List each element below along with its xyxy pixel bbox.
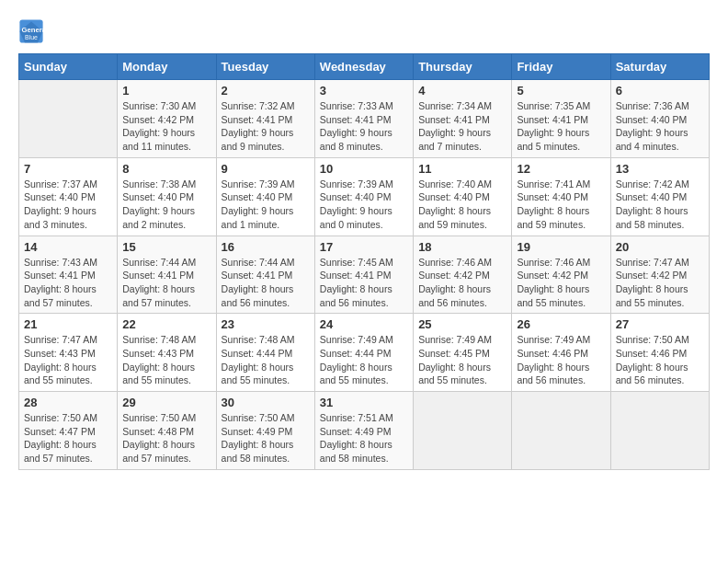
day-number: 17 bbox=[320, 240, 408, 254]
day-info: Sunrise: 7:50 AM Sunset: 4:49 PM Dayligh… bbox=[222, 411, 310, 465]
calendar-cell: 24Sunrise: 7:49 AM Sunset: 4:44 PM Dayli… bbox=[314, 314, 413, 392]
day-info: Sunrise: 7:41 AM Sunset: 4:40 PM Dayligh… bbox=[517, 178, 605, 232]
day-info: Sunrise: 7:45 AM Sunset: 4:41 PM Dayligh… bbox=[320, 256, 408, 310]
day-info: Sunrise: 7:46 AM Sunset: 4:42 PM Dayligh… bbox=[517, 256, 605, 310]
calendar-cell: 28Sunrise: 7:50 AM Sunset: 4:47 PM Dayli… bbox=[19, 392, 118, 470]
calendar-cell: 16Sunrise: 7:44 AM Sunset: 4:41 PM Dayli… bbox=[216, 236, 314, 314]
day-number: 9 bbox=[222, 162, 310, 176]
day-info: Sunrise: 7:44 AM Sunset: 4:41 PM Dayligh… bbox=[222, 256, 310, 310]
day-number: 21 bbox=[24, 317, 112, 331]
header-thursday: Thursday bbox=[414, 54, 512, 80]
calendar-cell bbox=[414, 392, 512, 470]
calendar-cell: 14Sunrise: 7:43 AM Sunset: 4:41 PM Dayli… bbox=[19, 236, 118, 314]
calendar-cell: 2Sunrise: 7:32 AM Sunset: 4:41 PM Daylig… bbox=[216, 80, 314, 158]
day-number: 30 bbox=[222, 396, 310, 409]
day-info: Sunrise: 7:37 AM Sunset: 4:40 PM Dayligh… bbox=[24, 178, 112, 232]
day-info: Sunrise: 7:47 AM Sunset: 4:42 PM Dayligh… bbox=[616, 256, 704, 310]
day-number: 31 bbox=[320, 396, 408, 409]
day-number: 1 bbox=[122, 84, 210, 98]
calendar-cell: 7Sunrise: 7:37 AM Sunset: 4:40 PM Daylig… bbox=[19, 157, 118, 236]
calendar-cell: 5Sunrise: 7:35 AM Sunset: 4:41 PM Daylig… bbox=[512, 80, 610, 158]
day-info: Sunrise: 7:47 AM Sunset: 4:43 PM Dayligh… bbox=[24, 333, 112, 387]
day-number: 8 bbox=[122, 162, 210, 176]
day-info: Sunrise: 7:49 AM Sunset: 4:46 PM Dayligh… bbox=[517, 333, 605, 387]
calendar-cell: 23Sunrise: 7:48 AM Sunset: 4:44 PM Dayli… bbox=[216, 314, 314, 392]
day-number: 3 bbox=[320, 84, 408, 98]
calendar-cell: 29Sunrise: 7:50 AM Sunset: 4:48 PM Dayli… bbox=[118, 392, 216, 470]
day-info: Sunrise: 7:48 AM Sunset: 4:44 PM Dayligh… bbox=[222, 333, 310, 387]
calendar-cell: 21Sunrise: 7:47 AM Sunset: 4:43 PM Dayli… bbox=[19, 314, 118, 392]
day-info: Sunrise: 7:50 AM Sunset: 4:47 PM Dayligh… bbox=[24, 411, 112, 465]
day-number: 10 bbox=[320, 162, 408, 176]
calendar-cell: 19Sunrise: 7:46 AM Sunset: 4:42 PM Dayli… bbox=[512, 236, 610, 314]
day-info: Sunrise: 7:40 AM Sunset: 4:40 PM Dayligh… bbox=[418, 178, 506, 232]
day-number: 14 bbox=[24, 240, 112, 254]
day-info: Sunrise: 7:48 AM Sunset: 4:43 PM Dayligh… bbox=[122, 333, 210, 387]
day-info: Sunrise: 7:50 AM Sunset: 4:48 PM Dayligh… bbox=[122, 411, 210, 465]
day-number: 13 bbox=[616, 162, 704, 176]
day-info: Sunrise: 7:43 AM Sunset: 4:41 PM Dayligh… bbox=[24, 256, 112, 310]
day-number: 24 bbox=[320, 317, 408, 331]
day-number: 16 bbox=[222, 240, 310, 254]
day-number: 26 bbox=[517, 317, 605, 331]
calendar-week-row: 14Sunrise: 7:43 AM Sunset: 4:41 PM Dayli… bbox=[19, 236, 710, 314]
svg-text:General: General bbox=[22, 26, 45, 34]
calendar-week-row: 21Sunrise: 7:47 AM Sunset: 4:43 PM Dayli… bbox=[19, 314, 710, 392]
day-number: 22 bbox=[122, 317, 210, 331]
logo-icon: General Blue bbox=[18, 18, 44, 44]
day-number: 20 bbox=[616, 240, 704, 254]
calendar-cell: 30Sunrise: 7:50 AM Sunset: 4:49 PM Dayli… bbox=[216, 392, 314, 470]
day-info: Sunrise: 7:42 AM Sunset: 4:40 PM Dayligh… bbox=[616, 178, 704, 232]
day-info: Sunrise: 7:50 AM Sunset: 4:46 PM Dayligh… bbox=[616, 333, 704, 387]
day-number: 6 bbox=[616, 84, 704, 98]
header-friday: Friday bbox=[512, 54, 610, 80]
day-info: Sunrise: 7:34 AM Sunset: 4:41 PM Dayligh… bbox=[418, 99, 506, 154]
calendar-cell: 20Sunrise: 7:47 AM Sunset: 4:42 PM Dayli… bbox=[610, 236, 709, 314]
calendar-cell: 12Sunrise: 7:41 AM Sunset: 4:40 PM Dayli… bbox=[512, 157, 610, 236]
day-info: Sunrise: 7:46 AM Sunset: 4:42 PM Dayligh… bbox=[418, 256, 506, 310]
day-number: 27 bbox=[616, 317, 704, 331]
day-number: 29 bbox=[122, 396, 210, 409]
day-info: Sunrise: 7:32 AM Sunset: 4:41 PM Dayligh… bbox=[222, 99, 310, 154]
calendar-cell: 27Sunrise: 7:50 AM Sunset: 4:46 PM Dayli… bbox=[610, 314, 709, 392]
calendar-cell: 18Sunrise: 7:46 AM Sunset: 4:42 PM Dayli… bbox=[414, 236, 512, 314]
calendar-cell: 10Sunrise: 7:39 AM Sunset: 4:40 PM Dayli… bbox=[314, 157, 413, 236]
day-info: Sunrise: 7:51 AM Sunset: 4:49 PM Dayligh… bbox=[320, 411, 408, 465]
day-number: 2 bbox=[222, 84, 310, 98]
day-info: Sunrise: 7:49 AM Sunset: 4:44 PM Dayligh… bbox=[320, 333, 408, 387]
calendar-cell: 6Sunrise: 7:36 AM Sunset: 4:40 PM Daylig… bbox=[610, 80, 709, 158]
calendar-cell bbox=[610, 392, 709, 470]
calendar-cell: 17Sunrise: 7:45 AM Sunset: 4:41 PM Dayli… bbox=[314, 236, 413, 314]
day-info: Sunrise: 7:38 AM Sunset: 4:40 PM Dayligh… bbox=[122, 178, 210, 232]
day-info: Sunrise: 7:39 AM Sunset: 4:40 PM Dayligh… bbox=[222, 178, 310, 232]
header-tuesday: Tuesday bbox=[216, 54, 314, 80]
day-number: 11 bbox=[418, 162, 506, 176]
header-wednesday: Wednesday bbox=[314, 54, 413, 80]
day-number: 15 bbox=[122, 240, 210, 254]
day-info: Sunrise: 7:49 AM Sunset: 4:45 PM Dayligh… bbox=[418, 333, 506, 387]
day-info: Sunrise: 7:30 AM Sunset: 4:42 PM Dayligh… bbox=[122, 99, 210, 154]
calendar-week-row: 28Sunrise: 7:50 AM Sunset: 4:47 PM Dayli… bbox=[19, 392, 710, 470]
calendar-cell: 26Sunrise: 7:49 AM Sunset: 4:46 PM Dayli… bbox=[512, 314, 610, 392]
day-number: 25 bbox=[418, 317, 506, 331]
day-info: Sunrise: 7:33 AM Sunset: 4:41 PM Dayligh… bbox=[320, 99, 408, 154]
day-info: Sunrise: 7:36 AM Sunset: 4:40 PM Dayligh… bbox=[616, 99, 704, 154]
calendar-week-row: 1Sunrise: 7:30 AM Sunset: 4:42 PM Daylig… bbox=[19, 80, 710, 158]
calendar-cell: 3Sunrise: 7:33 AM Sunset: 4:41 PM Daylig… bbox=[314, 80, 413, 158]
calendar-header-row: SundayMondayTuesdayWednesdayThursdayFrid… bbox=[19, 54, 710, 80]
header-monday: Monday bbox=[118, 54, 216, 80]
page-header: General Blue bbox=[18, 18, 710, 44]
day-number: 4 bbox=[418, 84, 506, 98]
calendar-cell: 22Sunrise: 7:48 AM Sunset: 4:43 PM Dayli… bbox=[118, 314, 216, 392]
day-number: 18 bbox=[418, 240, 506, 254]
header-saturday: Saturday bbox=[610, 54, 709, 80]
calendar-cell: 15Sunrise: 7:44 AM Sunset: 4:41 PM Dayli… bbox=[118, 236, 216, 314]
header-sunday: Sunday bbox=[19, 54, 118, 80]
day-info: Sunrise: 7:35 AM Sunset: 4:41 PM Dayligh… bbox=[517, 99, 605, 154]
svg-text:Blue: Blue bbox=[25, 34, 38, 40]
calendar-cell: 25Sunrise: 7:49 AM Sunset: 4:45 PM Dayli… bbox=[414, 314, 512, 392]
calendar-cell bbox=[512, 392, 610, 470]
calendar-cell: 1Sunrise: 7:30 AM Sunset: 4:42 PM Daylig… bbox=[118, 80, 216, 158]
day-number: 7 bbox=[24, 162, 112, 176]
calendar-cell: 13Sunrise: 7:42 AM Sunset: 4:40 PM Dayli… bbox=[610, 157, 709, 236]
